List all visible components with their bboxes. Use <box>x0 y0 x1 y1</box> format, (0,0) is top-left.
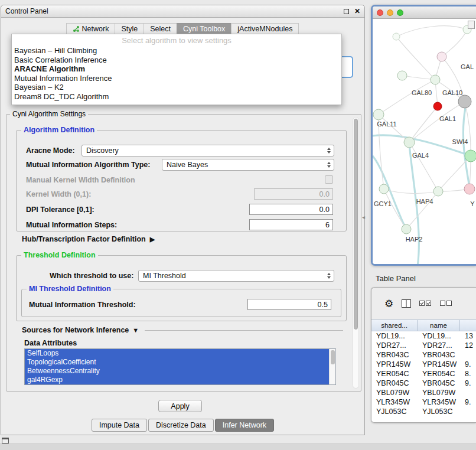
scrollbar-thumb[interactable] <box>331 350 335 364</box>
apply-button[interactable]: Apply <box>158 400 202 412</box>
close-icon[interactable]: ✕ <box>354 8 360 15</box>
tab-cyni-toolbox[interactable]: Cyni Toolbox <box>177 23 232 35</box>
sources-divider <box>145 330 343 331</box>
network-edge <box>379 115 409 142</box>
data-attributes-list[interactable]: SelfLoopsTopologicalCoefficientBetweenne… <box>24 348 336 385</box>
table-cell: YJL053C <box>418 407 460 416</box>
hub-definition-toggle[interactable]: Hub/Transcription Factor Definition ▶ <box>22 235 155 243</box>
network-node[interactable] <box>431 75 440 84</box>
network-window-titlebar[interactable] <box>373 6 476 19</box>
algorithm-option[interactable]: ARACNE Algorithm <box>12 64 341 74</box>
network-node-label: GAL4 <box>412 152 429 159</box>
table-row[interactable]: YBR043CYBR043C <box>371 350 476 360</box>
expand-right-icon[interactable]: ▶ <box>150 236 155 243</box>
algorithm-option[interactable]: Dream8 DC_TDC Algorithm <box>12 92 341 102</box>
aracne-mode-combo[interactable]: Discovery <box>81 145 334 156</box>
tab-style[interactable]: Style <box>115 23 144 35</box>
collapse-down-icon[interactable]: ▼ <box>132 327 139 334</box>
network-node-label: GAL <box>461 63 474 70</box>
network-node[interactable] <box>437 52 446 61</box>
tab-impute-data[interactable]: Impute Data <box>92 419 147 432</box>
network-node[interactable] <box>402 224 411 234</box>
sources-toggle[interactable]: Sources for Network Inference ▼ <box>22 326 343 334</box>
minimize-traffic-light[interactable] <box>387 9 393 16</box>
network-node[interactable] <box>465 150 476 162</box>
table-cell: YLR345W <box>418 397 460 407</box>
table-row[interactable]: YJL053CYJL053C <box>371 407 476 416</box>
network-node[interactable] <box>404 137 415 148</box>
table-panel-title: Table Panel <box>376 274 416 283</box>
table-cell: 9. <box>460 360 476 369</box>
network-canvas[interactable]: GAL80GAL10GAL1GAL11SWI4GAL4GCY1HAP4HAP2G… <box>373 19 476 264</box>
network-node[interactable] <box>433 102 442 110</box>
tab-discretize-data[interactable]: Discretize Data <box>148 419 214 432</box>
algorithm-option[interactable]: Mutual Information Inference <box>12 74 341 83</box>
table-cell: YBL079W <box>418 388 460 397</box>
tab-select[interactable]: Select <box>144 23 177 35</box>
which-threshold-combo[interactable]: MI Threshold <box>138 270 334 282</box>
mi-steps-field[interactable]: 6 <box>249 219 333 230</box>
network-node[interactable] <box>464 184 475 194</box>
tab-jactivemnodules[interactable]: jActiveMNodules <box>231 23 299 35</box>
network-edge <box>384 189 438 194</box>
table-cell: YJL053C <box>371 407 418 416</box>
restore-panel-icon[interactable] <box>2 438 9 444</box>
deselect-all-columns-icon[interactable] <box>440 301 452 306</box>
algorithm-option[interactable]: Bayesian – Hill Climbing <box>12 46 341 56</box>
table-row[interactable]: YER054CYER054C8. <box>371 369 476 379</box>
canvas-corner-box[interactable] <box>468 21 475 29</box>
scrollbar-thumb[interactable] <box>354 119 358 330</box>
attributes-scrollbar[interactable] <box>329 349 335 384</box>
float-window-icon[interactable] <box>344 9 349 14</box>
settings-scrollbar[interactable] <box>353 117 359 389</box>
network-node[interactable] <box>379 184 389 194</box>
mi-threshold-field[interactable]: 0.5 <box>247 299 331 310</box>
attribute-list-item[interactable]: BetweennessCentrality <box>25 367 329 376</box>
mi-type-value: Naive Bayes <box>167 161 208 169</box>
zoom-traffic-light[interactable] <box>397 9 403 16</box>
algorithm-option[interactable]: Bayesian – K2 <box>12 83 341 92</box>
table-row[interactable]: YPR145WYPR145W9. <box>371 360 476 369</box>
table-cell <box>460 388 476 397</box>
algorithm-option[interactable]: Basic Correlation Inference <box>12 56 341 65</box>
table-row[interactable]: YDR27...YDR27...12 <box>371 341 476 350</box>
show-columns-icon[interactable] <box>402 299 411 308</box>
data-attributes-label: Data Attributes <box>24 339 77 347</box>
network-node-label: GAL11 <box>377 120 396 128</box>
table-cell: YBR045C <box>371 379 418 388</box>
dpi-tolerance-label: DPI Tolerance [0,1]: <box>26 206 94 214</box>
combo-stepper-icon <box>324 159 334 170</box>
network-node-label: SWI4 <box>452 138 468 145</box>
column-header-shared[interactable]: shared... <box>371 320 418 331</box>
network-node[interactable] <box>393 33 400 40</box>
attribute-list-item[interactable]: TopologicalCoefficient <box>25 358 329 367</box>
select-all-columns-icon[interactable] <box>419 301 432 306</box>
table-cell: YER054C <box>371 369 418 379</box>
table-row[interactable]: YBR045CYBR045C9. <box>371 379 476 388</box>
attribute-list-item[interactable]: gal4RGexp <box>25 376 329 384</box>
control-panel-titlebar[interactable]: Control Panel ✕ <box>1 5 364 18</box>
table-settings-gear-icon[interactable]: ⚙ <box>384 299 393 309</box>
mi-type-combo[interactable]: Naive Bayes <box>162 159 334 171</box>
attribute-list-item[interactable]: SelfLoops <box>25 349 329 358</box>
network-node[interactable] <box>373 109 384 120</box>
which-threshold-value: MI Threshold <box>143 272 186 280</box>
network-node[interactable] <box>397 71 407 80</box>
table-row[interactable]: YDL19...YDL19...13 <box>371 331 476 341</box>
dpi-tolerance-field[interactable]: 0.0 <box>249 204 333 215</box>
table-row[interactable]: YLR345WYLR345W9. <box>371 397 476 407</box>
network-canvas-svg[interactable]: GAL80GAL10GAL1GAL11SWI4GAL4GCY1HAP4HAP2G… <box>373 19 476 266</box>
column-header-name[interactable]: name <box>418 320 460 331</box>
column-header-cut[interactable] <box>460 320 476 331</box>
tab-network[interactable]: Network <box>66 23 116 35</box>
close-traffic-light[interactable] <box>377 9 383 16</box>
table-row[interactable]: YBL079WYBL079W <box>371 388 476 397</box>
network-node[interactable] <box>458 95 471 108</box>
tab-infer-network[interactable]: Infer Network <box>215 419 274 432</box>
network-node[interactable] <box>433 187 443 196</box>
dpi-tolerance-value: 0.0 <box>319 206 330 214</box>
aracne-mode-label: Aracne Mode: <box>26 146 75 155</box>
panel-collapse-arrow[interactable]: ◂ <box>362 214 365 220</box>
settings-group-title: Cyni Algorithm Settings <box>10 110 88 118</box>
tab-label: Cyni Toolbox <box>183 25 225 33</box>
